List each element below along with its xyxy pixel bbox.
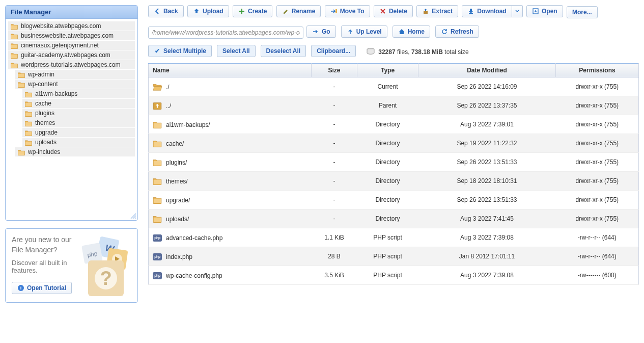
tree-item[interactable]: wp-includes [15, 147, 135, 156]
folder-icon [24, 100, 33, 107]
tree-item-label: plugins [35, 110, 54, 117]
tree-item[interactable]: blogwebsite.atwebpages.com [8, 21, 135, 31]
tree-item[interactable]: themes [22, 118, 135, 127]
file-date: Sep 18 2022 18:10:31 [418, 172, 556, 191]
tree-item[interactable]: wp-admin [15, 70, 135, 79]
create-button[interactable]: Create [233, 5, 272, 17]
deselect-all-button[interactable]: Deselect All [261, 45, 306, 57]
open-tutorial-button[interactable]: i Open Tutorial [12, 282, 72, 294]
select-multiple-button[interactable]: ✔Select Multiple [148, 45, 212, 57]
tree-item[interactable]: guitar-academy.atwebpages.com [8, 50, 135, 60]
table-row[interactable]: uploads/-DirectoryAug 3 2022 7:41:45drwx… [149, 209, 639, 228]
upload-button[interactable]: Upload [187, 5, 229, 17]
folder-icon [24, 129, 33, 136]
download-button[interactable]: Download [462, 5, 512, 17]
file-perm: drwxr-xr-x (755) [556, 134, 639, 153]
table-row[interactable]: plugins/-DirectorySep 26 2022 13:51:33dr… [149, 153, 639, 172]
file-size: - [312, 134, 357, 153]
table-row[interactable]: cache/-DirectorySep 19 2022 11:22:32drwx… [149, 134, 639, 153]
back-button[interactable]: Back [148, 5, 184, 17]
file-name[interactable]: ../ [166, 102, 171, 110]
col-perm[interactable]: Permissions [556, 64, 639, 77]
tree-item[interactable]: upgrade [22, 128, 135, 137]
back-icon [154, 8, 161, 15]
file-perm: drwxr-xr-x (755) [556, 209, 639, 228]
folder-icon [10, 23, 18, 30]
folder-icon [24, 110, 33, 117]
folder-icon [10, 33, 18, 39]
tree-item[interactable]: businesswebsite.atwebpages.com [8, 31, 135, 40]
tree-item[interactable]: cache [22, 99, 135, 108]
more-button[interactable]: More... [567, 6, 598, 18]
table-row[interactable]: phpadvanced-cache.php1.1 KiBPHP scriptAu… [149, 228, 639, 247]
file-size: - [312, 115, 357, 134]
folder-icon [10, 42, 18, 49]
file-type: PHP script [357, 228, 418, 247]
file-date: Aug 3 2022 7:39:08 [418, 228, 556, 247]
tree-item[interactable]: wp-content [15, 80, 135, 89]
table-row[interactable]: ../-ParentSep 26 2022 13:37:35drwxr-xr-x… [149, 96, 639, 115]
go-button[interactable]: Go [306, 25, 336, 38]
path-input[interactable] [148, 27, 303, 39]
col-size[interactable]: Size [312, 64, 357, 77]
file-name[interactable]: ./ [166, 84, 170, 91]
download-dropdown[interactable] [512, 5, 523, 17]
col-date[interactable]: Date Modified [418, 64, 556, 77]
delete-button[interactable]: Delete [374, 5, 413, 17]
folder-icon [153, 120, 162, 128]
file-name[interactable]: upgrade/ [166, 197, 190, 204]
tree-item-label: wp-content [28, 81, 58, 88]
folder-icon [24, 120, 33, 126]
table-row[interactable]: themes/-DirectorySep 18 2022 18:10:31drw… [149, 172, 639, 191]
file-date: Aug 3 2022 7:41:45 [418, 209, 556, 228]
home-button[interactable]: Home [393, 25, 430, 38]
uplevel-button[interactable]: Up Level [341, 25, 387, 38]
table-row[interactable]: upgrade/-DirectorySep 26 2022 13:51:33dr… [149, 191, 639, 209]
file-name[interactable]: wp-cache-config.php [166, 272, 222, 279]
up-icon [153, 101, 162, 110]
main-toolbar: Back Upload Create Rename Move To Delete… [148, 5, 639, 20]
tree-item[interactable]: cinemasux.getenjoyment.net [8, 41, 135, 50]
tree-item[interactable]: wordpress-tutorials.atwebpages.com [8, 60, 135, 69]
refresh-button[interactable]: Refresh [435, 25, 479, 38]
file-perm: drwxr-xr-x (755) [556, 172, 639, 191]
open-button[interactable]: Open [526, 5, 563, 17]
file-size: - [312, 153, 357, 172]
open-tutorial-label: Open Tutorial [27, 284, 66, 292]
clipboard-button[interactable]: Clipboard... [311, 45, 356, 57]
col-name[interactable]: Name [149, 64, 312, 77]
file-name[interactable]: uploads/ [166, 216, 189, 223]
resize-handle-icon[interactable] [130, 213, 136, 219]
file-name[interactable]: themes/ [166, 178, 188, 185]
table-row[interactable]: phpwp-cache-config.php3.5 KiBPHP scriptA… [149, 266, 639, 285]
rename-button[interactable]: Rename [276, 5, 321, 17]
file-perm: drwxr-xr-x (755) [556, 115, 639, 134]
open-icon [532, 8, 539, 15]
file-size: - [312, 77, 357, 96]
file-name[interactable]: plugins/ [166, 159, 187, 166]
tree-item[interactable]: ai1wm-backups [22, 89, 135, 98]
tree-item[interactable]: uploads [22, 138, 135, 147]
file-name[interactable]: advanced-cache.php [166, 234, 222, 242]
table-row[interactable]: ai1wm-backups/-DirectoryAug 3 2022 7:39:… [149, 115, 639, 134]
folder-icon [17, 149, 25, 155]
file-size: - [312, 209, 357, 228]
table-row[interactable]: phpindex.php28 BPHP scriptJan 8 2012 17:… [149, 247, 639, 266]
file-date: Jan 8 2012 17:01:11 [418, 247, 556, 266]
file-name[interactable]: ai1wm-backups/ [166, 121, 210, 128]
file-type: Directory [357, 134, 418, 153]
moveto-button[interactable]: Move To [325, 5, 370, 17]
select-all-button[interactable]: Select All [217, 45, 256, 57]
file-size: 3.5 KiB [312, 266, 357, 285]
tree-item[interactable]: plugins [22, 109, 135, 118]
file-perm: -rw-r--r-- (644) [556, 247, 639, 266]
col-type[interactable]: Type [357, 64, 418, 77]
file-type: Parent [357, 96, 418, 115]
home-icon [398, 28, 405, 35]
check-icon: ✔ [154, 47, 161, 55]
tree-item-label: uploads [35, 139, 57, 146]
file-name[interactable]: cache/ [166, 140, 184, 147]
file-name[interactable]: index.php [166, 253, 192, 260]
extract-button[interactable]: Extract [416, 5, 458, 17]
table-row[interactable]: ./-CurrentSep 26 2022 14:16:09drwxr-xr-x… [149, 77, 639, 96]
